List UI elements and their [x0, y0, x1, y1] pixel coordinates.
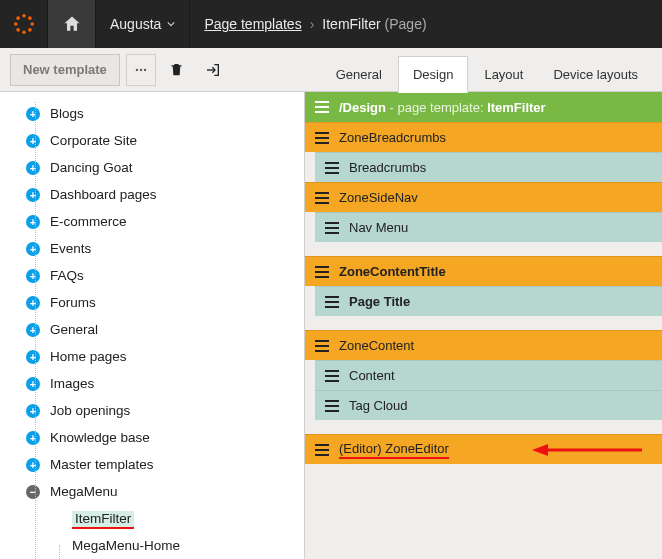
expand-icon[interactable]: + — [26, 269, 40, 283]
design-header[interactable]: /Design - page template: ItemFilter — [305, 92, 662, 122]
zone-row[interactable]: ZoneContentTitle — [305, 256, 662, 286]
tree-node[interactable]: +Dancing Goat — [0, 154, 304, 181]
tree-node-expanded[interactable]: −MegaMenu — [0, 478, 304, 505]
tree-node[interactable]: +General — [0, 316, 304, 343]
tree-node[interactable]: +Blogs — [0, 100, 304, 127]
tab-layout[interactable]: Layout — [470, 57, 537, 92]
tree-pane: +Blogs +Corporate Site +Dancing Goat +Da… — [0, 92, 305, 559]
tree-node[interactable]: +FAQs — [0, 262, 304, 289]
tree-node[interactable]: +E-commerce — [0, 208, 304, 235]
collapse-icon[interactable]: − — [26, 485, 40, 499]
zone-row[interactable]: ZoneContent — [305, 330, 662, 360]
tree-node[interactable]: +Dashboard pages — [0, 181, 304, 208]
hamburger-icon[interactable] — [325, 296, 339, 308]
expand-icon[interactable]: + — [26, 215, 40, 229]
expand-icon[interactable]: + — [26, 350, 40, 364]
zone-row[interactable]: ZoneSideNav — [305, 182, 662, 212]
svg-point-5 — [28, 16, 32, 20]
tree-node[interactable]: +Knowledge base — [0, 424, 304, 451]
zone-row[interactable]: ZoneBreadcrumbs — [305, 122, 662, 152]
expand-icon[interactable]: + — [26, 377, 40, 391]
top-bar: Augusta Page templates › ItemFilter (Pag… — [0, 0, 662, 48]
hamburger-icon[interactable] — [325, 400, 339, 412]
svg-point-4 — [16, 16, 20, 20]
expand-icon[interactable]: + — [26, 404, 40, 418]
home-icon[interactable] — [48, 0, 96, 48]
breadcrumb-parent[interactable]: Page templates — [204, 16, 301, 32]
design-panel: /Design - page template: ItemFilter Zone… — [305, 92, 662, 559]
tree-child[interactable]: MegaMenu-Home — [0, 532, 304, 559]
hamburger-icon[interactable] — [325, 162, 339, 174]
hamburger-icon[interactable] — [325, 222, 339, 234]
webpart-row[interactable]: Breadcrumbs — [315, 152, 662, 182]
hamburger-icon[interactable] — [315, 192, 329, 204]
hamburger-icon[interactable] — [315, 132, 329, 144]
expand-icon[interactable]: + — [26, 431, 40, 445]
hamburger-icon[interactable] — [315, 444, 329, 456]
webpart-row[interactable]: Nav Menu — [315, 212, 662, 242]
svg-marker-12 — [532, 444, 548, 456]
svg-point-9 — [140, 68, 142, 70]
tab-design[interactable]: Design — [398, 56, 468, 93]
tab-device-layouts[interactable]: Device layouts — [539, 57, 652, 92]
svg-point-3 — [30, 22, 34, 26]
tree-child-selected[interactable]: ItemFilter — [0, 505, 304, 532]
tree-node[interactable]: +Forums — [0, 289, 304, 316]
expand-icon[interactable]: + — [26, 188, 40, 202]
tree-node[interactable]: +Home pages — [0, 343, 304, 370]
webpart-row[interactable]: Tag Cloud — [315, 390, 662, 420]
tree-node[interactable]: +Events — [0, 235, 304, 262]
hamburger-icon[interactable] — [315, 101, 329, 113]
hamburger-icon[interactable] — [315, 340, 329, 352]
tab-strip: General Design Layout Device layouts — [322, 48, 652, 92]
breadcrumb: Page templates › ItemFilter (Page) — [190, 16, 440, 32]
svg-point-0 — [22, 14, 26, 18]
zone-row-highlighted[interactable]: (Editor) ZoneEditor — [305, 434, 662, 464]
svg-point-7 — [28, 28, 32, 32]
export-button[interactable] — [198, 54, 228, 86]
expand-icon[interactable]: + — [26, 458, 40, 472]
expand-icon[interactable]: + — [26, 242, 40, 256]
toolbar: New template General Design Layout Devic… — [0, 48, 662, 92]
hamburger-icon[interactable] — [315, 266, 329, 278]
expand-icon[interactable]: + — [26, 134, 40, 148]
chevron-down-icon — [167, 20, 175, 28]
site-name: Augusta — [110, 16, 161, 32]
svg-point-2 — [13, 22, 17, 26]
breadcrumb-current: ItemFilter (Page) — [322, 16, 426, 32]
expand-icon[interactable]: + — [26, 296, 40, 310]
svg-point-10 — [144, 68, 146, 70]
new-template-button[interactable]: New template — [10, 54, 120, 86]
webpart-row[interactable]: Content — [315, 360, 662, 390]
svg-point-6 — [16, 28, 20, 32]
tree-guide-line — [35, 102, 36, 559]
tree-node[interactable]: +Corporate Site — [0, 127, 304, 154]
svg-point-1 — [22, 30, 26, 34]
tree-node[interactable]: +Job openings — [0, 397, 304, 424]
app-logo-icon[interactable] — [0, 0, 48, 48]
expand-icon[interactable]: + — [26, 107, 40, 121]
breadcrumb-sep-icon: › — [310, 16, 315, 32]
site-selector[interactable]: Augusta — [96, 0, 190, 48]
expand-icon[interactable]: + — [26, 161, 40, 175]
design-header-text: /Design - page template: ItemFilter — [339, 100, 546, 115]
main-split: +Blogs +Corporate Site +Dancing Goat +Da… — [0, 92, 662, 559]
delete-button[interactable] — [162, 54, 192, 86]
svg-point-8 — [136, 68, 138, 70]
tree-node[interactable]: +Images — [0, 370, 304, 397]
tab-general[interactable]: General — [322, 57, 396, 92]
hamburger-icon[interactable] — [325, 370, 339, 382]
more-button[interactable] — [126, 54, 156, 86]
tree-guide-line-child — [59, 545, 60, 559]
expand-icon[interactable]: + — [26, 323, 40, 337]
webpart-row[interactable]: Page Title — [315, 286, 662, 316]
annotation-arrow-icon — [532, 441, 642, 462]
tree-node[interactable]: +Master templates — [0, 451, 304, 478]
